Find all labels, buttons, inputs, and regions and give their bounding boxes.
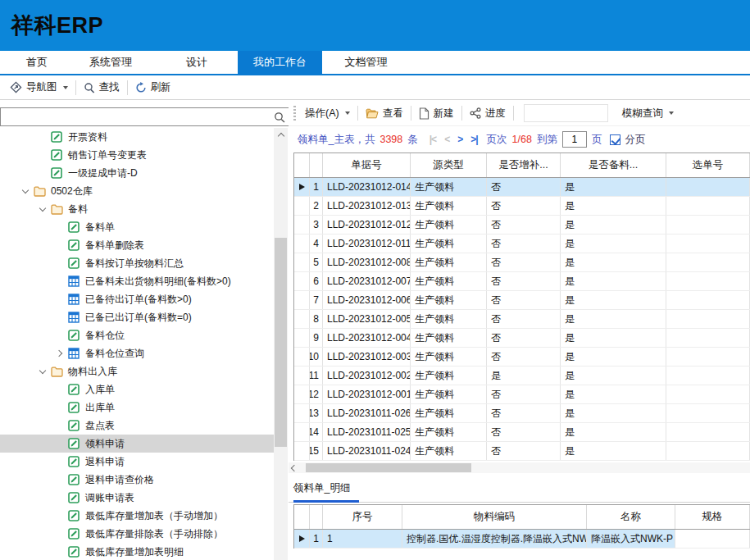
- table-row[interactable]: 15LLD-20231011-024生产领料否是: [294, 442, 750, 461]
- chevron-down-icon[interactable]: [17, 190, 34, 193]
- tree-item-11[interactable]: 备料仓位: [0, 326, 274, 344]
- grid-hscrollbar[interactable]: [289, 462, 750, 473]
- tree-item-3[interactable]: 0502仓库: [0, 182, 274, 200]
- new-button[interactable]: 新建: [413, 103, 460, 123]
- current-row-icon: [299, 535, 305, 542]
- tree-item-16[interactable]: 盘点表: [0, 417, 274, 435]
- column-header[interactable]: 单据号: [323, 153, 411, 177]
- tree-item-20[interactable]: 调账申请表: [0, 489, 274, 507]
- cell-supplement: 否: [487, 329, 561, 347]
- table-row[interactable]: 14LLD-20231011-025生产领料否是: [294, 423, 750, 442]
- cell-supplement: 是: [487, 367, 561, 385]
- first-page-button[interactable]: |<: [430, 134, 436, 145]
- tree-item-0[interactable]: 开票资料: [0, 128, 274, 146]
- tab-2[interactable]: 设计: [156, 51, 238, 74]
- folder-icon: [34, 186, 50, 197]
- find-button[interactable]: 查找: [78, 78, 125, 98]
- table-row[interactable]: 6LLD-20231012-007生产领料否是: [294, 272, 750, 291]
- tree-item-14[interactable]: 入库单: [0, 380, 274, 398]
- tree-item-18[interactable]: 退料申请: [0, 453, 274, 471]
- tree-item-label: 开票资料: [67, 130, 107, 144]
- table-row[interactable]: 7LLD-20231012-006生产领料否是: [294, 291, 750, 310]
- tree-item-13[interactable]: 物料出入库: [0, 362, 274, 380]
- chevron-down-icon[interactable]: [34, 208, 51, 211]
- action-menu-button[interactable]: 操作(A): [299, 103, 356, 123]
- grid-hscrollbar-thumb[interactable]: [306, 463, 471, 472]
- tree-item-22[interactable]: 最低库存量排除表（手动排除）: [0, 525, 274, 543]
- form-icon: [68, 474, 84, 485]
- cell-num: 1: [310, 530, 323, 548]
- toolbar-grip[interactable]: [293, 106, 296, 121]
- tree-scrollbar-thumb[interactable]: [275, 238, 287, 447]
- tree-item-12[interactable]: 备料仓位查询: [0, 344, 274, 362]
- table-row[interactable]: 11控制器.国优.温湿度控制器.降温嵌入式NWK-P降温嵌入式NWK-P: [294, 530, 750, 549]
- refresh-button[interactable]: 刷新: [130, 78, 177, 98]
- next-page-button[interactable]: >: [457, 134, 462, 145]
- tree-item-4[interactable]: 备料: [0, 200, 274, 218]
- table-row[interactable]: 2LLD-20231012-013生产领料否是: [294, 197, 750, 216]
- view-button[interactable]: 查看: [360, 103, 409, 123]
- chevron-right-icon[interactable]: [52, 351, 68, 356]
- table-row[interactable]: 1LLD-20231012-014生产领料否是: [294, 178, 750, 197]
- form-icon: [68, 402, 84, 413]
- cell-select_no: [666, 367, 750, 385]
- navigation-map-button[interactable]: 导航图: [4, 78, 74, 98]
- detail-tab[interactable]: 领料单_明细: [293, 481, 350, 495]
- tree-item-9[interactable]: 已备待出订单(备料数>0): [0, 290, 274, 308]
- table-row[interactable]: 10LLD-20231012-003生产领料否是: [294, 348, 750, 367]
- tree-item-2[interactable]: 一级提成申请-D: [0, 164, 274, 182]
- tree-item-15[interactable]: 出库单: [0, 398, 274, 417]
- tree-item-label: 0502仓库: [50, 184, 93, 198]
- tree-item-7[interactable]: 备料按订单按物料汇总: [0, 254, 274, 272]
- column-header[interactable]: 名称: [587, 505, 675, 529]
- progress-button[interactable]: 进度: [464, 103, 511, 123]
- cell-doc_no: LLD-20231012-003: [323, 348, 411, 366]
- tree-item-21[interactable]: 最低库存量增加表（手动增加）: [0, 507, 274, 525]
- tab-1[interactable]: 系统管理: [66, 51, 156, 74]
- column-header[interactable]: 选单号: [666, 153, 750, 177]
- cell-prepared: 是: [561, 329, 666, 347]
- fuzzy-query-button[interactable]: 模糊查询: [616, 103, 680, 123]
- last-page-button[interactable]: >|: [470, 134, 477, 145]
- filter-input[interactable]: [524, 104, 608, 122]
- tab-4[interactable]: 文档管理: [322, 51, 410, 74]
- scroll-left-icon[interactable]: [292, 462, 297, 473]
- table-row[interactable]: 3LLD-20231012-012生产领料否是: [294, 216, 750, 234]
- tree-item-6[interactable]: 备料单删除表: [0, 236, 274, 254]
- table-row[interactable]: 13LLD-20231011-026生产领料否是: [294, 404, 750, 423]
- table-row[interactable]: 9LLD-20231012-004生产领料否是: [294, 329, 750, 348]
- cell-supplement: 否: [487, 178, 561, 196]
- column-header[interactable]: 规格: [675, 505, 750, 529]
- table-row[interactable]: 12LLD-20231012-001生产领料否是: [294, 385, 750, 404]
- column-header[interactable]: 是否备料...: [561, 153, 666, 177]
- column-header[interactable]: 源类型: [411, 153, 487, 177]
- scroll-up-icon[interactable]: [274, 128, 288, 141]
- table-row[interactable]: 8LLD-20231012-005生产领料否是: [294, 310, 750, 329]
- table-icon: [68, 348, 84, 359]
- tree-item-19[interactable]: 退料申请查价格: [0, 471, 274, 489]
- column-header[interactable]: 物料编码: [402, 505, 587, 529]
- goto-page-input[interactable]: [562, 131, 587, 148]
- table-row[interactable]: 5LLD-20231012-008生产领料否是: [294, 253, 750, 272]
- tab-3[interactable]: 我的工作台: [238, 51, 322, 74]
- tree-item-1[interactable]: 销售订单号变更表: [0, 146, 274, 164]
- paging-checkbox[interactable]: [610, 134, 620, 145]
- table-row[interactable]: 4LLD-20231012-011生产领料否是: [294, 234, 750, 253]
- chevron-down-icon[interactable]: [34, 371, 51, 373]
- cell-num: 8: [310, 310, 323, 328]
- tree-item-5[interactable]: 备料单: [0, 218, 274, 236]
- tree-item-8[interactable]: 已备料未出货物料明细(备料数>0): [0, 272, 274, 290]
- sidebar-search-input[interactable]: [1, 109, 270, 125]
- tree-scrollbar[interactable]: [274, 128, 288, 560]
- tree-item-17[interactable]: 领料申请: [0, 435, 274, 453]
- column-header[interactable]: 是否增补...: [487, 153, 561, 177]
- table-row[interactable]: 11LLD-20231012-002生产领料是是: [294, 367, 750, 385]
- tab-0[interactable]: 首页: [8, 51, 66, 74]
- prev-page-button[interactable]: <: [444, 134, 449, 145]
- tree-item-10[interactable]: 已备已出订单(备料数=0): [0, 308, 274, 326]
- page-indicator: 1/68: [512, 134, 532, 145]
- folder-icon: [51, 204, 67, 215]
- cell-spec: [675, 530, 750, 548]
- column-header[interactable]: 序号: [323, 505, 402, 529]
- tree-item-23[interactable]: 最低库存量增加表明细: [0, 543, 274, 560]
